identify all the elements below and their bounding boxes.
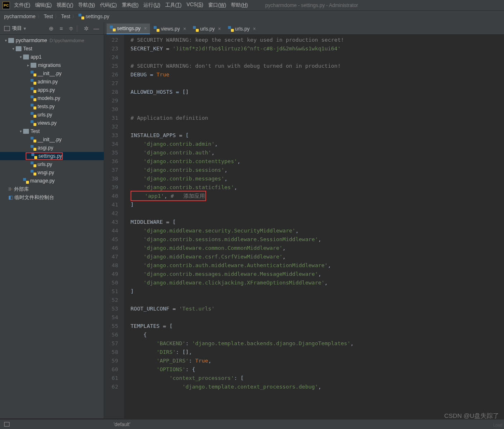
menu-VCS[interactable]: VCS(S) <box>186 2 203 9</box>
menu-工具[interactable]: 工具(T) <box>165 2 181 9</box>
tree-item-urls.py[interactable]: urls.py <box>0 111 104 119</box>
tab-close-icon[interactable]: × <box>253 26 256 32</box>
code-line[interactable]: # SECURITY WARNING: keep the secret key … <box>131 36 504 44</box>
code-line[interactable]: 'APP_DIRS': True, <box>131 356 504 365</box>
code-line[interactable]: 'django.contrib.staticfiles', <box>131 183 504 192</box>
tab-urls.py[interactable]: urls.py× <box>225 24 259 34</box>
code-line[interactable]: 'django.contrib.messages.middleware.Mess… <box>131 270 504 278</box>
tab-close-icon[interactable]: × <box>144 26 147 31</box>
menu-文件[interactable]: 文件(F) <box>14 2 30 9</box>
code-line[interactable] <box>131 122 504 131</box>
code-line[interactable]: 'django.middleware.security.SecurityMidd… <box>131 226 504 235</box>
code-text[interactable]: # SECURITY WARNING: keep the secret key … <box>124 35 504 418</box>
code-line[interactable]: 'BACKEND': 'django.template.backends.dja… <box>131 339 504 348</box>
menu-编辑[interactable]: 编辑(E) <box>35 2 52 9</box>
code-line[interactable]: 'django.middleware.common.CommonMiddlewa… <box>131 244 504 252</box>
code-line[interactable]: 'django.contrib.messages', <box>131 174 504 183</box>
locate-icon[interactable]: ⊕ <box>48 25 55 32</box>
tree-item-pycharmdome[interactable]: ▾pycharmdomeD:\pycharmdome <box>0 36 104 45</box>
tree-item-admin.py[interactable]: admin.py <box>0 78 104 86</box>
code-line[interactable]: 'django.contrib.contenttypes', <box>131 157 504 166</box>
code-line[interactable]: TEMPLATES = [ <box>131 322 504 330</box>
menu-视图[interactable]: 视图(V) <box>57 2 73 9</box>
code-line[interactable]: 'django.middleware.csrf.CsrfViewMiddlewa… <box>131 252 504 261</box>
tab-close-icon[interactable]: × <box>218 26 221 32</box>
tree-item-models.py[interactable]: models.py <box>0 94 104 102</box>
code-line[interactable]: ] <box>131 287 504 296</box>
settings-icon[interactable]: ✲ <box>83 25 90 32</box>
code-line[interactable]: 'django.contrib.admin', <box>131 140 504 148</box>
tree-item-asgi.py[interactable]: asgi.py <box>0 144 104 152</box>
code-line[interactable]: ROOT_URLCONF = 'Test.urls' <box>131 304 504 313</box>
tree-item-migrations[interactable]: ▸migrations <box>0 61 104 69</box>
expand-icon[interactable]: ≡ <box>58 25 64 32</box>
status-panel-icon[interactable] <box>4 422 10 427</box>
project-tool-title[interactable]: 项目 <box>12 25 22 32</box>
code-line[interactable] <box>131 296 504 304</box>
tree-item-app1[interactable]: ▾app1 <box>0 53 104 61</box>
code-line[interactable]: # Application definition <box>131 114 504 122</box>
code-line[interactable]: 'context_processors': [ <box>131 374 504 382</box>
code-line[interactable]: # SECURITY WARNING: don't run with debug… <box>131 62 504 70</box>
crumb-3[interactable]: settings.py <box>78 14 109 20</box>
code-line[interactable]: SECRET_KEY = ')itmf*z)d!fbo$lirtuz)6^nft… <box>131 44 504 53</box>
project-tree[interactable]: ▾pycharmdomeD:\pycharmdome▾Test▾app1▸mig… <box>0 35 104 418</box>
hide-icon[interactable]: — <box>93 25 100 32</box>
code-line[interactable]: INSTALLED_APPS = [ <box>131 131 504 140</box>
code-line[interactable]: ALLOWED_HOSTS = [] <box>131 88 504 96</box>
code-line[interactable]: { <box>131 330 504 339</box>
code-line[interactable] <box>131 313 504 322</box>
menu-帮助[interactable]: 帮助(H) <box>231 2 248 9</box>
tree-item-views.py[interactable]: views.py <box>0 119 104 127</box>
code-line[interactable]: 'OPTIONS': { <box>131 365 504 374</box>
tree-item-Test[interactable]: ▾Test <box>0 127 104 135</box>
tree-arrow-icon[interactable]: ▾ <box>18 55 23 59</box>
tree-item-apps.py[interactable]: apps.py <box>0 86 104 94</box>
tree-arrow-icon[interactable]: ▸ <box>26 63 31 67</box>
code-line[interactable]: DEBUG = True <box>131 70 504 79</box>
tree-item-临时文件和控制台[interactable]: ◧临时文件和控制台 <box>0 193 104 201</box>
code-line[interactable] <box>131 96 504 105</box>
menu-运行[interactable]: 运行(U) <box>143 2 160 9</box>
tree-item-Test[interactable]: ▾Test <box>0 45 104 53</box>
tree-item-wsgi.py[interactable]: wsgi.py <box>0 168 104 177</box>
code-line[interactable] <box>131 53 504 62</box>
tab-close-icon[interactable]: × <box>183 26 186 32</box>
code-line[interactable]: 'app1', # 添加应用 <box>131 192 504 200</box>
code-line[interactable] <box>131 105 504 114</box>
tree-item-__init__.py[interactable]: __init__.py <box>0 135 104 144</box>
tree-item-settings.py[interactable]: settings.py <box>0 152 104 160</box>
crumb-1[interactable]: Test <box>44 14 53 19</box>
code-line[interactable]: 'django.contrib.auth.middleware.Authenti… <box>131 261 504 270</box>
code-line[interactable]: 'django.middleware.clickjacking.XFrameOp… <box>131 278 504 287</box>
crumb-0[interactable]: pycharmdome <box>4 14 36 19</box>
tab-urls.py[interactable]: urls.py× <box>190 24 224 34</box>
code-line[interactable]: 'django.template.context_processors.debu… <box>131 382 504 391</box>
project-dropdown-icon[interactable]: ▾ <box>24 26 26 31</box>
tab-views.py[interactable]: views.py× <box>150 24 189 34</box>
collapse-icon[interactable]: ≑ <box>68 25 74 32</box>
tree-item-__init__.py[interactable]: __init__.py <box>0 69 104 78</box>
menu-窗口[interactable]: 窗口(W) <box>208 2 226 9</box>
code-line[interactable] <box>131 209 504 218</box>
code-line[interactable]: 'django.contrib.sessions', <box>131 166 504 174</box>
tree-arrow-icon[interactable]: ▾ <box>18 129 23 133</box>
tab-settings.py[interactable]: settings.py× <box>107 24 150 34</box>
crumb-2[interactable]: Test <box>61 14 70 19</box>
code-line[interactable]: MIDDLEWARE = [ <box>131 218 504 226</box>
menu-代码[interactable]: 代码(C) <box>100 2 117 9</box>
menu-导航[interactable]: 导航(N) <box>78 2 95 9</box>
tree-arrow-icon[interactable]: ▾ <box>11 47 16 51</box>
tree-arrow-icon[interactable]: ▾ <box>3 38 8 43</box>
code-line[interactable] <box>131 79 504 88</box>
tree-item-urls.py[interactable]: urls.py <box>0 160 104 168</box>
code-editor[interactable]: 2223242526272829303132333435363738394041… <box>104 35 504 418</box>
tree-item-外部库[interactable]: ⊪外部库 <box>0 185 104 193</box>
tree-item-manage.py[interactable]: manage.py <box>0 177 104 185</box>
code-line[interactable]: ] <box>131 200 504 209</box>
project-view-icon[interactable] <box>4 26 10 31</box>
code-line[interactable]: 'django.contrib.auth', <box>131 148 504 157</box>
code-line[interactable]: 'django.contrib.sessions.middleware.Sess… <box>131 235 504 244</box>
code-line[interactable]: 'DIRS': [], <box>131 348 504 356</box>
tree-item-tests.py[interactable]: tests.py <box>0 102 104 111</box>
